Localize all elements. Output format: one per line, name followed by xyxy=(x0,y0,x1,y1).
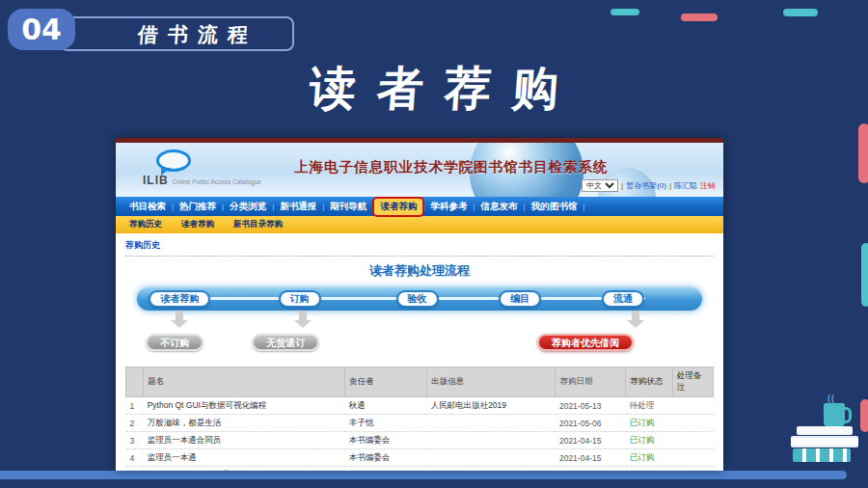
book-publisher: 人民邮电出版社2019 xyxy=(427,397,556,415)
down-arrow-icon xyxy=(176,311,183,320)
logo-subtitle: Online Public Access Catalogue xyxy=(173,178,261,185)
down-arrow-icon xyxy=(632,311,639,320)
subnav-item-reader-recommend[interactable]: 读者荐购 xyxy=(181,219,214,230)
nav-item-category-browse[interactable]: 分类浏览 xyxy=(224,199,272,215)
row-index: 2 xyxy=(126,415,144,432)
speech-bubble-icon xyxy=(156,149,191,172)
recommend-date: 2021-05-13 xyxy=(556,397,626,415)
row-index: 3 xyxy=(126,432,144,449)
site-title: 上海电子信息职业技术学院图书馆书目检索系统 xyxy=(294,158,609,176)
table-row: 1 Python Qt GUI与数据可视化编程 秋通 人民邮电出版社2019 2… xyxy=(126,397,714,415)
book-author: 秋通 xyxy=(345,397,427,415)
book-title[interactable]: 万般滋味，都是生活 xyxy=(144,415,345,432)
section-title: 借书流程 xyxy=(100,21,295,48)
flow-step-cataloging: 编目 xyxy=(499,290,541,308)
header-status: 荐购状态 xyxy=(626,367,673,397)
flow-outcome-out-of-stock: 无货退订 xyxy=(252,334,319,351)
main-nav: 书目检索| 热门推荐| 分类浏览| 新书通报| 期刊导航| 读者荐购| 学科参考… xyxy=(116,197,723,216)
coffee-mug-icon xyxy=(824,403,845,426)
note xyxy=(672,432,713,449)
nav-item-reader-recommend-active[interactable]: 读者荐购 xyxy=(374,199,422,215)
sub-nav: 荐购历史 读者荐购 新书目录荐购 xyxy=(116,216,723,233)
deco-bar-coral-1 xyxy=(681,14,718,21)
header-index xyxy=(126,367,144,397)
table-row: 4 监理员一本通 本书编委会 2021-04-15 已订购 xyxy=(126,449,714,467)
book-author: 本书编委会 xyxy=(345,449,427,467)
book-author: 丰子恺 xyxy=(345,415,427,432)
nav-item-journal-nav[interactable]: 期刊导航 xyxy=(324,199,372,215)
recommend-date: 2021-04-15 xyxy=(556,449,626,467)
book-title[interactable]: Python Qt GUI与数据可视化编程 xyxy=(144,397,345,415)
process-flow-diagram: 读者荐购 订购 验收 编目 流通 不订购 无货退订 荐购者优先借阅 xyxy=(125,287,714,359)
divider xyxy=(125,256,714,257)
nav-item-info-release[interactable]: 信息发布 xyxy=(475,199,524,215)
down-arrow-icon xyxy=(299,311,307,320)
recommend-date: 2021-05-06 xyxy=(556,415,626,432)
page-title: 读者荐购 xyxy=(0,58,868,120)
shelf-link[interactable]: 暂存书架(0) xyxy=(626,180,666,191)
subnav-item-new-book-list[interactable]: 新书目录荐购 xyxy=(233,219,283,230)
slide: 04 借书流程 读者荐购 (( ILIB Online Public Acces… xyxy=(0,0,868,488)
bottom-accent-bar xyxy=(0,471,847,479)
flow-outcome-no-order: 不订购 xyxy=(146,334,203,351)
language-select[interactable]: 中文 xyxy=(582,179,618,192)
header-publisher: 出版信息 xyxy=(427,367,556,397)
note xyxy=(672,467,713,472)
status-badge: 已订购 xyxy=(626,449,673,467)
header-title: 题名 xyxy=(144,367,345,397)
nav-item-catalog-search[interactable]: 书目检索 xyxy=(123,199,172,215)
book-title[interactable]: 监理员一本通合同员 xyxy=(144,432,345,449)
book-publisher xyxy=(427,467,556,472)
note xyxy=(672,415,713,432)
steam-icon: (( xyxy=(827,395,841,402)
book-title[interactable]: 监理员一本通 xyxy=(144,449,345,467)
table-header-row: 题名 责任者 出版信息 荐购日期 荐购状态 处理备注 xyxy=(126,367,714,397)
username-link[interactable]: 陈汇聪 xyxy=(674,180,697,191)
recommend-date: 2021-04-15 xyxy=(556,432,626,449)
breadcrumb[interactable]: 荐购历史 xyxy=(125,239,714,252)
status-badge: 已订购 xyxy=(626,467,673,472)
book-title[interactable]: 监理员岗位技能图表手册 xyxy=(144,467,345,472)
page-content: 荐购历史 读者荐购处理流程 读者荐购 订购 验收 编目 流通 不订购 无货退订 … xyxy=(116,233,723,471)
deco-bar-teal-edge-mid xyxy=(861,243,868,307)
status-badge: 已订购 xyxy=(626,432,673,449)
nav-item-new-books[interactable]: 新书通报 xyxy=(274,199,322,215)
status-badge: 已订购 xyxy=(626,415,673,432)
flow-step-reader-recommend: 读者荐购 xyxy=(149,290,210,308)
book-icon xyxy=(791,436,858,447)
note xyxy=(672,449,713,467)
flow-outcome-priority-borrow: 荐购者优先借阅 xyxy=(537,334,634,351)
flow-step-order: 订购 xyxy=(279,290,321,308)
user-bar: 中文 | 暂存书架(0) | 陈汇聪 注销 xyxy=(582,179,716,192)
nav-item-my-library[interactable]: 我的图书馆 xyxy=(526,199,583,215)
header-note: 处理备注 xyxy=(672,367,713,397)
books-and-mug-illustration: (( xyxy=(779,395,862,471)
flow-title: 读者荐购处理流程 xyxy=(125,262,714,280)
nav-item-subject-reference[interactable]: 学科参考 xyxy=(424,199,473,215)
row-index: 1 xyxy=(126,397,144,415)
subnav-item-recommend-history[interactable]: 荐购历史 xyxy=(129,219,162,230)
book-icon xyxy=(797,426,853,435)
table-row: 3 监理员一本通合同员 本书编委会 2021-04-15 已订购 xyxy=(126,432,714,449)
book-publisher xyxy=(427,415,556,432)
recommend-date: 2021-04-15 xyxy=(556,467,626,472)
note xyxy=(672,397,713,415)
logout-link[interactable]: 注销 xyxy=(700,180,716,191)
book-publisher xyxy=(427,449,556,467)
deco-bar-teal-2 xyxy=(783,9,818,16)
recommend-history-table: 题名 责任者 出版信息 荐购日期 荐购状态 处理备注 1 Python Qt G… xyxy=(125,366,714,471)
book-icon xyxy=(793,448,851,462)
status-badge: 待处理 xyxy=(626,397,673,415)
nav-item-hot-recommend[interactable]: 热门推荐 xyxy=(174,199,222,215)
book-author: 宁平 xyxy=(345,467,427,472)
nav-separator: | xyxy=(583,203,584,211)
flow-step-circulation: 流通 xyxy=(602,290,644,308)
deco-bar-coral-edge-top xyxy=(858,123,868,183)
site-logo[interactable]: ILIB Online Public Access Catalogue xyxy=(143,149,287,187)
table-row: 5 监理员岗位技能图表手册 宁平 2021-04-15 已订购 xyxy=(126,467,714,472)
site-header: ILIB Online Public Access Catalogue 上海电子… xyxy=(116,143,723,197)
book-publisher xyxy=(427,432,556,449)
table-row: 2 万般滋味，都是生活 丰子恺 2021-05-06 已订购 xyxy=(126,415,714,432)
flow-step-acceptance: 验收 xyxy=(396,290,439,308)
row-index: 5 xyxy=(126,467,144,472)
